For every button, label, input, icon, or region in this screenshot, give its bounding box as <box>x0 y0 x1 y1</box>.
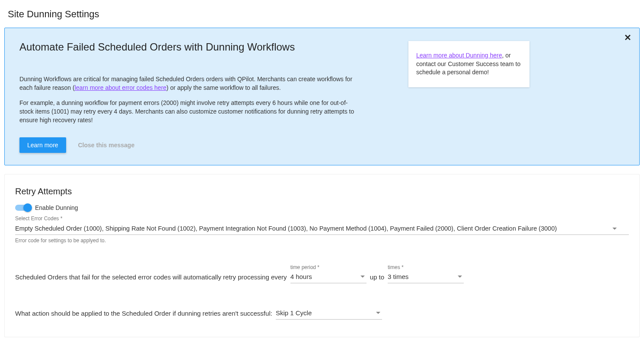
toggle-knob <box>23 203 32 212</box>
time-period-value: 4 hours <box>290 273 312 280</box>
retry-sentence-lead: Scheduled Orders that fail for the selec… <box>15 273 287 283</box>
info-banner: ✕ Automate Failed Scheduled Orders with … <box>4 28 640 165</box>
info-paragraph-1: Dunning Workflows are critical for manag… <box>19 75 361 92</box>
error-codes-field-label: Select Error Codes * <box>15 215 629 222</box>
error-codes-value: Empty Scheduled Order (1000), Shipping R… <box>15 225 557 232</box>
chevron-down-icon <box>612 228 617 230</box>
error-codes-select[interactable]: Empty Scheduled Order (1000), Shipping R… <box>15 222 629 235</box>
times-value: 3 times <box>388 273 408 280</box>
retry-sentence-mid: up to <box>370 273 384 283</box>
chevron-down-icon <box>458 276 462 278</box>
info-paragraph-2: For example, a dunning workflow for paym… <box>19 98 361 125</box>
action-select[interactable]: Skip 1 Cycle <box>276 307 382 320</box>
error-codes-helper: Error code for settings to be applyed to… <box>15 238 629 244</box>
error-codes-link[interactable]: learn more about error codes here <box>75 84 166 91</box>
enable-dunning-label: Enable Dunning <box>35 204 78 211</box>
dunning-link[interactable]: Learn more about Dunning here <box>416 52 502 59</box>
chevron-down-icon <box>360 276 365 278</box>
times-label: times * <box>388 264 464 270</box>
close-message-button[interactable]: Close this message <box>78 142 134 149</box>
chevron-down-icon <box>376 312 380 314</box>
time-period-select[interactable]: 4 hours <box>290 270 367 283</box>
action-value: Skip 1 Cycle <box>276 309 312 317</box>
info-p1-post: ) or apply the same workflow to all fail… <box>166 84 281 91</box>
enable-dunning-toggle[interactable] <box>15 205 31 211</box>
time-period-label: time period * <box>290 264 367 270</box>
page-title: Site Dunning Settings <box>8 9 640 20</box>
info-heading: Automate Failed Scheduled Orders with Du… <box>19 41 395 53</box>
times-select[interactable]: 3 times <box>388 270 464 283</box>
action-sentence-lead: What action should be applied to the Sch… <box>15 310 272 320</box>
info-side-card: Learn more about Dunning here, or contac… <box>408 41 529 87</box>
learn-more-button[interactable]: Learn more <box>19 137 66 153</box>
close-icon[interactable]: ✕ <box>624 33 631 42</box>
retry-attempts-card: Retry Attempts Enable Dunning Select Err… <box>4 174 640 337</box>
retry-title: Retry Attempts <box>15 187 629 196</box>
